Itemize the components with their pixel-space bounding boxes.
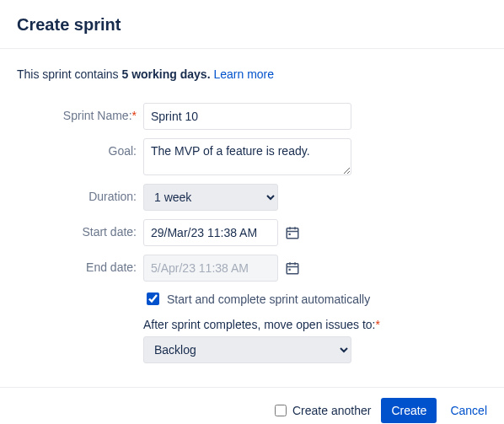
row-goal: Goal: The MVP of a feature is ready. [17, 138, 487, 175]
start-date-input[interactable] [143, 219, 278, 246]
dialog-header: Create sprint [0, 0, 504, 48]
svg-rect-5 [287, 264, 298, 274]
auto-complete-checkbox[interactable] [147, 293, 159, 305]
calendar-icon[interactable] [285, 225, 300, 240]
create-another-checkbox[interactable] [275, 405, 287, 416]
label-duration: Duration: [17, 184, 143, 203]
dialog-title: Create sprint [17, 15, 487, 35]
label-start-date: Start date: [17, 219, 143, 239]
info-line: This sprint contains 5 working days. Lea… [17, 67, 487, 81]
create-another-wrap: Create another [271, 402, 371, 419]
auto-checkbox-row: Start and complete sprint automatically [143, 290, 487, 308]
info-prefix: This sprint contains [17, 67, 122, 81]
cancel-button[interactable]: Cancel [447, 399, 491, 422]
duration-select[interactable]: 1 week [143, 184, 278, 211]
label-end-date: End date: [17, 255, 143, 274]
required-marker: * [132, 109, 137, 122]
label-goal: Goal: [17, 138, 143, 158]
auto-complete-label: Start and complete sprint automatically [167, 293, 370, 306]
svg-rect-9 [289, 269, 291, 271]
learn-more-link[interactable]: Learn more [213, 67, 274, 81]
sprint-name-input[interactable] [143, 103, 351, 130]
move-issues-select[interactable]: Backlog [143, 336, 351, 363]
row-duration: Duration: 1 week [17, 184, 487, 211]
row-end-date: End date: [17, 255, 487, 282]
row-start-date: Start date: [17, 219, 487, 246]
svg-rect-4 [289, 233, 291, 235]
label-sprint-name: Sprint Name:* [17, 103, 143, 122]
create-another-label: Create another [292, 404, 371, 417]
end-date-input [143, 255, 278, 282]
dialog-content: This sprint contains 5 working days. Lea… [0, 49, 504, 387]
required-marker: * [375, 318, 379, 331]
dialog-footer: Create another Create Cancel [0, 387, 504, 424]
info-bold: 5 working days. [122, 67, 211, 81]
create-button[interactable]: Create [381, 398, 437, 423]
calendar-icon[interactable] [285, 260, 300, 276]
after-complete-label: After sprint completes, move open issues… [143, 318, 487, 331]
goal-textarea[interactable]: The MVP of a feature is ready. [143, 138, 351, 175]
svg-rect-0 [287, 228, 298, 239]
row-sprint-name: Sprint Name:* [17, 103, 487, 130]
